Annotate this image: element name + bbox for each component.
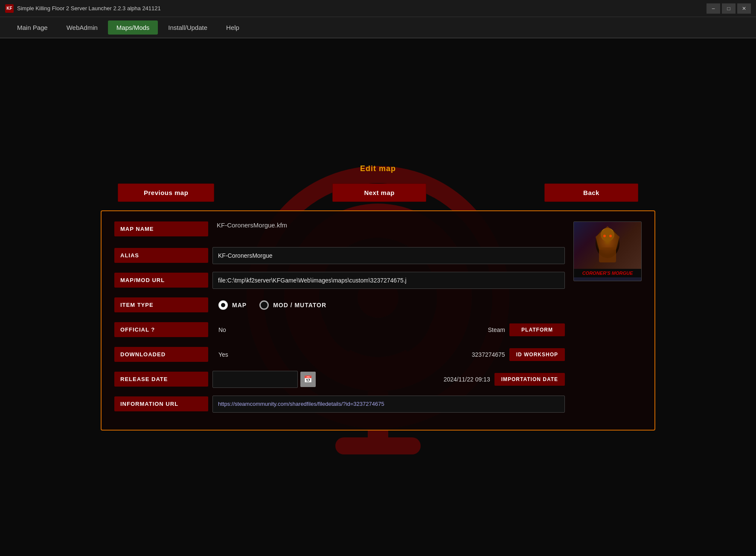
date-input-wrapper: 📅 (212, 371, 389, 388)
back-button[interactable]: Back (544, 183, 638, 202)
main-content: Edit map Previous map Next map Back (0, 38, 756, 556)
radio-group: MAP MOD / MUTATOR (212, 300, 565, 310)
downloaded-label: DOWNLOADED (114, 347, 208, 362)
id-workshop-button[interactable]: ID WORKSHOP (509, 348, 565, 361)
calendar-button[interactable]: 📅 (300, 372, 316, 387)
map-image-inner (574, 222, 641, 269)
workshop-id-value: 3237274675 (471, 351, 505, 358)
release-date-row: RELEASE DATE 📅 2024/11/22 09:13 IMPORTAT… (114, 370, 642, 389)
map-image-thumbnail: CORONER'S MORGUE (573, 221, 642, 281)
title-bar-controls: – □ ✕ (707, 3, 751, 14)
title-bar: KF Simple Killing Floor 2 Server Launche… (0, 0, 756, 17)
official-side-info: Steam PLATFORM (392, 323, 565, 336)
radio-option-mod[interactable]: MOD / MUTATOR (259, 300, 326, 310)
svg-rect-9 (599, 247, 616, 262)
release-date-input[interactable] (212, 371, 298, 388)
radio-mod-btn[interactable] (259, 300, 269, 310)
svg-marker-8 (596, 226, 619, 250)
official-row: OFFICIAL ? No Steam PLATFORM (114, 320, 642, 339)
item-type-label: ITEM TYPE (114, 297, 208, 312)
info-url-row: INFORMATION URL (114, 395, 642, 413)
map-mod-url-label: MAP/MOD URL (114, 273, 208, 288)
map-character-svg (586, 224, 629, 267)
alias-label: ALIAS (114, 248, 208, 263)
form-card: CORONER'S MORGUE MAP NAME KF-CoronersMor… (101, 210, 655, 431)
info-url-label: INFORMATION URL (114, 396, 208, 411)
radio-map-label: MAP (232, 302, 247, 309)
content-wrapper: Edit map Previous map Next map Back (101, 164, 655, 431)
item-type-row: ITEM TYPE MAP MOD / MUTATOR (114, 296, 642, 314)
nav-item-main-page[interactable]: Main Page (9, 20, 56, 35)
release-date-label: RELEASE DATE (114, 372, 208, 387)
radio-map-btn[interactable] (218, 300, 228, 310)
window-title: Simple Killing Floor 2 Server Launcher 2… (17, 5, 161, 12)
map-mod-url-input[interactable] (212, 272, 565, 289)
svg-point-10 (603, 235, 606, 237)
previous-map-button[interactable]: Previous map (118, 183, 214, 202)
importation-side-info: 2024/11/22 09:13 IMPORTATION DATE (389, 373, 565, 386)
minimize-button[interactable]: – (707, 3, 720, 14)
edit-map-title: Edit map (360, 164, 396, 173)
platform-button[interactable]: PLATFORM (509, 323, 565, 336)
nav-item-help[interactable]: Help (218, 20, 248, 35)
radio-mod-label: MOD / MUTATOR (273, 302, 326, 309)
map-mod-url-row: MAP/MOD URL (114, 271, 642, 290)
downloaded-side-info: 3237274675 ID WORKSHOP (392, 348, 565, 361)
official-value: No (212, 326, 392, 333)
map-name-row: MAP NAME KF-CoronersMorgue.kfm (114, 221, 642, 240)
nav-item-webadmin[interactable]: WebAdmin (58, 20, 106, 35)
importation-date-value: 2024/11/22 09:13 (444, 376, 490, 383)
nav-bar: Main Page WebAdmin Maps/Mods Install/Upd… (0, 17, 756, 38)
nav-item-install-update[interactable]: Install/Update (160, 20, 216, 35)
app-icon: KF (5, 4, 14, 13)
alias-input[interactable] (212, 247, 565, 264)
svg-rect-5 (335, 437, 421, 454)
nav-item-maps-mods[interactable]: Maps/Mods (108, 20, 158, 35)
platform-value: Steam (471, 326, 505, 333)
nav-buttons-row: Previous map Next map Back (101, 183, 655, 202)
next-map-button[interactable]: Next map (332, 183, 426, 202)
app-icon-text: KF (6, 6, 12, 11)
official-label: OFFICIAL ? (114, 322, 208, 337)
close-button[interactable]: ✕ (737, 3, 751, 14)
downloaded-row: DOWNLOADED Yes 3237274675 ID WORKSHOP (114, 345, 642, 364)
title-bar-left: KF Simple Killing Floor 2 Server Launche… (5, 4, 161, 13)
importation-date-button[interactable]: IMPORTATION DATE (494, 373, 565, 386)
maximize-button[interactable]: □ (722, 3, 736, 14)
map-image-label: CORONER'S MORGUE (574, 269, 641, 277)
info-url-input[interactable] (212, 396, 565, 413)
alias-row: ALIAS (114, 246, 642, 265)
map-name-label: MAP NAME (114, 221, 208, 236)
svg-point-11 (609, 235, 612, 237)
downloaded-value: Yes (212, 351, 392, 358)
radio-option-map[interactable]: MAP (218, 300, 247, 310)
